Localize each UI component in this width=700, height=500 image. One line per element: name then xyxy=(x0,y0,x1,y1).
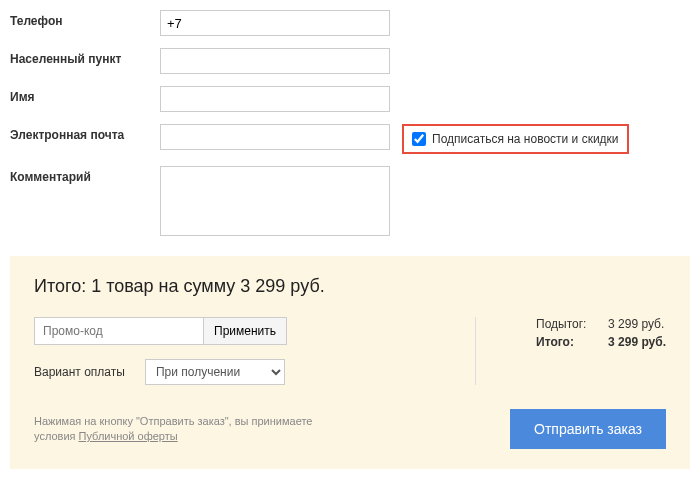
promo-apply-button[interactable]: Применить xyxy=(203,317,287,345)
subscribe-checkbox[interactable] xyxy=(412,132,426,146)
promo-input[interactable] xyxy=(34,317,204,345)
subtotal-label: Подытог: xyxy=(536,317,596,331)
divider xyxy=(475,317,476,385)
checkout-form: Телефон Населенный пункт Имя Электронная… xyxy=(0,0,700,236)
order-summary: Итого: 1 товар на сумму 3 299 руб. Приме… xyxy=(10,256,690,469)
city-input[interactable] xyxy=(160,48,390,74)
name-input[interactable] xyxy=(160,86,390,112)
payment-select[interactable]: При получении xyxy=(145,359,285,385)
submit-order-button[interactable]: Отправить заказ xyxy=(510,409,666,449)
subscribe-highlight: Подписаться на новости и скидки xyxy=(402,124,629,154)
comment-label: Комментарий xyxy=(10,166,160,184)
name-label: Имя xyxy=(10,86,160,104)
phone-label: Телефон xyxy=(10,10,160,28)
agreement-text: Нажимая на кнопку "Отправить заказ", вы … xyxy=(34,414,314,445)
offer-link[interactable]: Публичной оферты xyxy=(79,430,178,442)
payment-label: Вариант оплаты xyxy=(34,365,125,379)
summary-title: Итого: 1 товар на сумму 3 299 руб. xyxy=(34,276,666,297)
subtotal-value: 3 299 руб. xyxy=(608,317,664,331)
subscribe-label: Подписаться на новости и скидки xyxy=(432,132,619,146)
phone-input[interactable] xyxy=(160,10,390,36)
city-label: Населенный пункт xyxy=(10,48,160,66)
total-label: Итого: xyxy=(536,335,596,349)
email-input[interactable] xyxy=(160,124,390,150)
total-value: 3 299 руб. xyxy=(608,335,666,349)
comment-textarea[interactable] xyxy=(160,166,390,236)
email-label: Электронная почта xyxy=(10,124,160,142)
